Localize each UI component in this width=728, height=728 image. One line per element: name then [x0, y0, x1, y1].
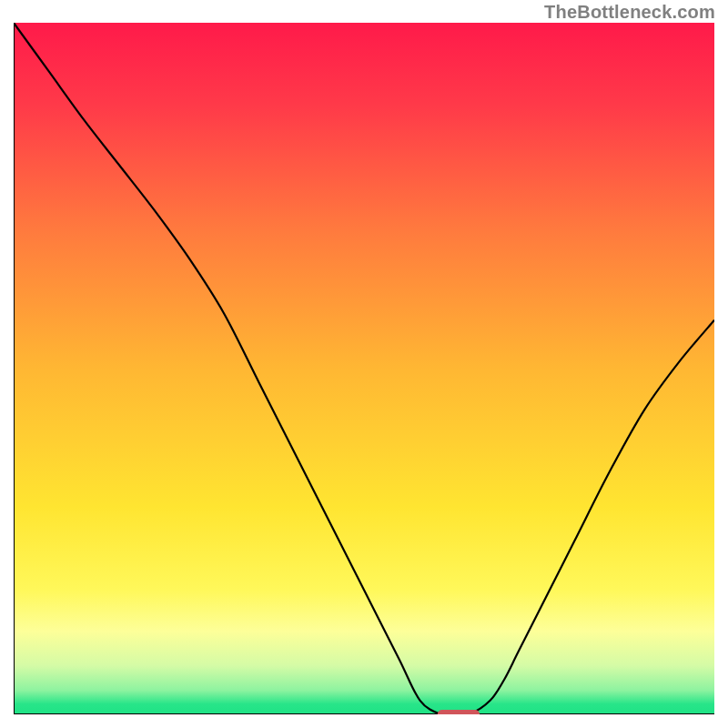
bottleneck-curve — [14, 23, 714, 714]
plot-area — [14, 23, 714, 714]
bottleneck-chart: TheBottleneck.com — [0, 0, 728, 728]
optimal-range-marker — [438, 710, 480, 714]
watermark-label: TheBottleneck.com — [544, 2, 715, 23]
chart-svg — [14, 23, 714, 714]
